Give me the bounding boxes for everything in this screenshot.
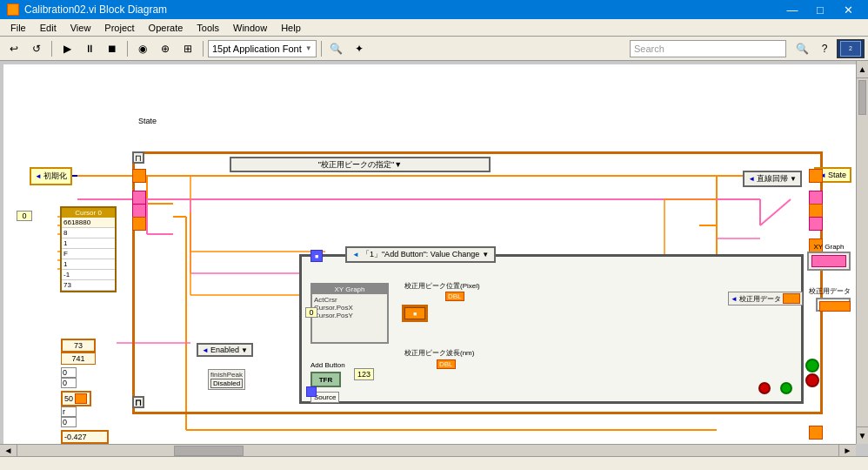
scroll-down-button[interactable]: ▼ — [857, 426, 868, 444]
dbl-term1: DBL — [445, 292, 464, 301]
scrollbar-bottom[interactable]: ◄ ► — [0, 444, 856, 456]
enabled-label: Enabled — [210, 346, 239, 354]
term-right-top — [809, 169, 823, 183]
calib-wave-label: 校正用ピーク波長(nm) — [404, 348, 474, 358]
val-r: r — [61, 406, 77, 417]
toolbar-pause[interactable]: ⏸ — [79, 39, 100, 58]
cursor-label: Cursor 0 — [62, 208, 115, 218]
toolbar-step-into[interactable]: ◉ — [132, 39, 153, 58]
case-selector-label: "校正用ピークの指定"▼ — [318, 159, 402, 171]
main-area: State ◄ 初期化 0 Cursor 0 6618880 8 1 F 1 -… — [0, 61, 868, 456]
menu-bar: File Edit View Project Operate Tools Win… — [0, 19, 868, 37]
menu-operate[interactable]: Operate — [142, 19, 190, 37]
toolbar-sep4 — [321, 41, 322, 57]
term-right-bot3 — [809, 426, 823, 440]
calib-data-label: 校正用データ — [739, 294, 781, 304]
term-left-mid1 — [132, 191, 146, 205]
event-selector-label: 「1」"Add Button": Value Change — [362, 249, 479, 260]
event-term-tl: ■ — [310, 250, 323, 262]
minimize-button[interactable]: — — [779, 0, 805, 19]
close-button[interactable]: ✕ — [835, 0, 861, 19]
calib-data-orange — [819, 301, 851, 312]
menu-project[interactable]: Project — [97, 19, 141, 37]
scrollbar-right[interactable]: ▲ ▼ — [856, 61, 868, 444]
vi-icon-thumb: 2 — [837, 39, 865, 58]
toolbar-zoom[interactable]: 🔍 — [326, 39, 347, 58]
menu-tools[interactable]: Tools — [190, 19, 226, 37]
toolbar-run-arrow[interactable]: ↩ — [3, 39, 24, 58]
scroll-left-button[interactable]: ◄ — [0, 445, 17, 456]
scroll-thumb-v[interactable] — [858, 80, 866, 115]
maximize-button[interactable]: □ — [807, 0, 833, 19]
term-right-bot1 — [809, 217, 823, 231]
finish-peak-box: finishPeak Disabled — [208, 369, 245, 390]
scroll-thumb-h[interactable] — [174, 446, 244, 456]
toolbar: ↩ ↺ ▶ ⏸ ⏹ ◉ ⊕ ⊞ 15pt Application Font ▼ … — [0, 37, 868, 61]
val0c: 0 — [61, 378, 77, 388]
block-diagram: State ◄ 初期化 0 Cursor 0 6618880 8 1 F 1 -… — [3, 64, 856, 456]
event-structure: ◄ 「1」"Add Button": Value Change ▼ ■ XY G… — [299, 254, 804, 404]
cursor-val1: 6618880 — [62, 218, 115, 228]
val741: 741 — [63, 354, 93, 363]
font-selector[interactable]: 15pt Application Font ▼ — [208, 40, 317, 57]
menu-edit[interactable]: Edit — [33, 19, 63, 37]
green-circle-right — [805, 359, 819, 373]
toolbar-step-over[interactable]: ⊕ — [155, 39, 176, 58]
toolbar-run-cont[interactable]: ↺ — [26, 39, 47, 58]
val-0427-box: -0.427 — [61, 430, 109, 444]
status-bar — [0, 456, 868, 470]
xy-graph-outer[interactable]: XY Graph — [807, 243, 851, 271]
menu-file[interactable]: File — [3, 19, 33, 37]
toolbar-step-out[interactable]: ⊞ — [177, 39, 198, 58]
toolbar-run[interactable]: ▶ — [57, 39, 77, 58]
font-dropdown-arrow: ▼ — [305, 44, 312, 52]
term-right-mid2 — [809, 204, 823, 218]
calib-pos-label: 校正用ピーク位置(Pixel) — [404, 281, 480, 291]
cursor-val7: 73 — [62, 280, 115, 291]
help-button[interactable]: ? — [814, 39, 835, 58]
val0b: 0 — [61, 367, 77, 378]
add-button-widget[interactable]: TFR — [310, 372, 341, 387]
act-crsr-label: ActCrsr — [314, 296, 385, 304]
toolbar-sep3 — [203, 41, 204, 57]
toolbar-sep2 — [127, 41, 128, 57]
calib-data-term — [783, 293, 800, 304]
scroll-up-button[interactable]: ▲ — [857, 61, 868, 78]
xy-graph-inner[interactable]: XY Graph ActCrsr Cursor.PosX Cursor.PosY — [310, 283, 389, 344]
menu-help[interactable]: Help — [274, 19, 308, 37]
enabled-dropdown[interactable]: ◄ Enabled ▼ — [197, 343, 253, 357]
menu-view[interactable]: View — [63, 19, 98, 37]
state-out-label: State — [828, 171, 846, 179]
diagram-canvas[interactable]: State ◄ 初期化 0 Cursor 0 6618880 8 1 F 1 -… — [3, 64, 856, 456]
term-left-bot1 — [132, 217, 146, 231]
vi-thumbnail: 2 — [840, 41, 861, 57]
val123: 123 — [354, 368, 374, 380]
event-case-selector[interactable]: ◄ 「1」"Add Button": Value Change ▼ — [345, 246, 496, 263]
disabled-label: Disabled — [210, 379, 243, 388]
event-term-bl — [306, 386, 317, 397]
calib-data-right-terminal — [816, 298, 851, 312]
loop-icon-bottom-left: ⊓ — [132, 396, 144, 408]
add-button-inner-label: Add Button — [310, 361, 345, 369]
search-box[interactable]: Search — [630, 40, 786, 57]
init-block[interactable]: ◄ 初期化 — [30, 167, 72, 185]
calib-data-output: ◄ 校正用データ — [728, 292, 803, 306]
search-button[interactable]: 🔍 — [791, 39, 812, 58]
val50: 50 — [64, 394, 73, 403]
scroll-right-button[interactable]: ► — [838, 445, 856, 456]
menu-window[interactable]: Window — [226, 19, 274, 37]
direct-return-label: 直線回帰 — [757, 173, 788, 185]
toolbar-clean[interactable]: ✦ — [349, 39, 370, 58]
app-icon — [7, 3, 19, 16]
loop-icon-top-left: ⊓ — [132, 151, 144, 164]
xy-graph-outer-label: XY Graph — [807, 243, 851, 251]
term-right-mid1 — [809, 191, 823, 205]
term-left-top — [132, 169, 146, 183]
zero-constant: 0 — [17, 211, 32, 221]
val73: 73 — [64, 341, 92, 350]
term-left-mid2 — [132, 204, 146, 218]
case-selector-top[interactable]: "校正用ピークの指定"▼ — [230, 157, 491, 172]
direct-return-selector[interactable]: ◄ 直線回帰 ▼ — [743, 171, 802, 187]
cursor-val4: F — [62, 249, 115, 259]
toolbar-abort[interactable]: ⏹ — [102, 39, 123, 58]
